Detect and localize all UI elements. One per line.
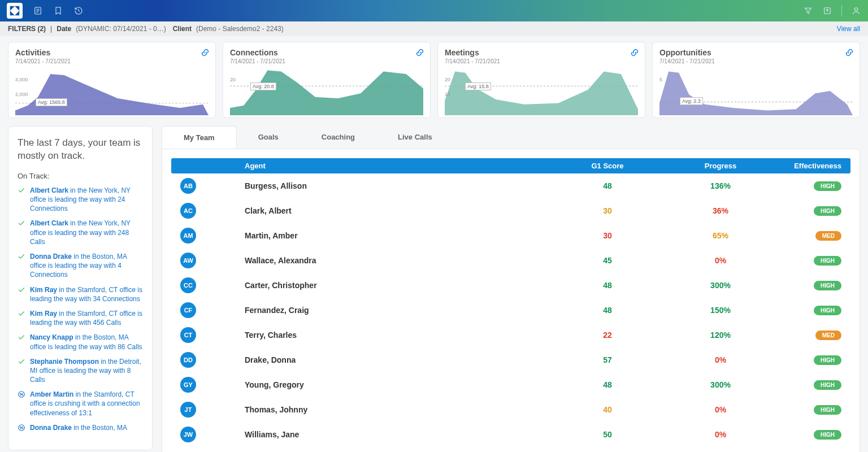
filter-bar: FILTERS (2) | Date (DYNAMIC: 07/14/2021 … — [0, 21, 868, 36]
table-row[interactable]: DD Drake, Donna 57 0% HIGH — [171, 347, 850, 372]
metric-card-activities[interactable]: Activities 7/14/2021 - 7/21/2021 4,0002,… — [8, 42, 216, 118]
avatar: GY — [180, 377, 196, 393]
avatar: DD — [180, 352, 196, 368]
date-label: Date — [57, 25, 71, 33]
table-row[interactable]: JT Thomas, Johnny 40 0% HIGH — [171, 397, 850, 422]
filters-label[interactable]: FILTERS (2) — [8, 25, 46, 33]
insight-item[interactable]: Donna Drake in the Boston, MA office is … — [18, 252, 143, 280]
insights-subtitle: On Track: — [18, 172, 143, 180]
tab-live calls[interactable]: Live Calls — [376, 126, 454, 149]
tab-coaching[interactable]: Coaching — [300, 126, 376, 149]
col-effectiveness[interactable]: Effectiveness — [777, 162, 850, 170]
progress-value: 0% — [664, 355, 777, 364]
progress-value: 120% — [664, 331, 777, 340]
check-icon — [18, 286, 25, 303]
insights-list: Albert Clark in the New York, NY office … — [18, 186, 143, 434]
date-value[interactable]: (DYNAMIC: 07/14/2021 - 0…) — [76, 25, 166, 33]
filter-icon[interactable] — [803, 6, 813, 16]
g1-score: 30 — [551, 231, 664, 240]
insight-item[interactable]: Kim Ray in the Stamford, CT office is le… — [18, 309, 143, 327]
ratio-icon — [18, 424, 25, 434]
agent-name: Martin, Amber — [245, 231, 551, 240]
avatar: JT — [180, 402, 196, 418]
progress-value: 0% — [664, 430, 777, 439]
table-row[interactable]: AM Martin, Amber 30 65% MED — [171, 223, 850, 248]
top-nav — [0, 0, 868, 21]
insight-item[interactable]: Albert Clark in the New York, NY office … — [18, 186, 143, 214]
app-logo[interactable] — [7, 3, 23, 19]
check-icon — [18, 333, 25, 351]
effectiveness-badge: HIGH — [814, 405, 841, 415]
col-score[interactable]: G1 Score — [551, 162, 664, 170]
g1-score: 48 — [551, 281, 664, 290]
insights-panel: The last 7 days, your team is mostly on … — [8, 126, 153, 450]
sheet-icon[interactable] — [33, 6, 43, 16]
link-icon[interactable] — [415, 48, 424, 59]
g1-score: 45 — [551, 256, 664, 265]
table-row[interactable]: GY Young, Gregory 48 300% HIGH — [171, 372, 850, 397]
insight-item[interactable]: Donna Drake in the Boston, MA — [18, 423, 143, 434]
effectiveness-badge: MED — [815, 331, 841, 340]
progress-value: 136% — [664, 181, 777, 190]
user-icon[interactable] — [851, 6, 861, 16]
g1-score: 22 — [551, 331, 664, 340]
card-title: Connections — [230, 48, 423, 57]
client-value[interactable]: (Demo - Salesdemo2 - 2243) — [196, 25, 284, 33]
svg-point-11 — [20, 394, 21, 394]
card-range: 7/14/2021 - 7/21/2021 — [230, 58, 423, 64]
col-agent[interactable]: Agent — [245, 162, 551, 170]
avg-label: Avg: 2.3 — [680, 97, 703, 105]
card-range: 7/14/2021 - 7/21/2021 — [659, 58, 853, 64]
ratio-icon — [18, 390, 25, 418]
card-range: 7/14/2021 - 7/21/2021 — [15, 58, 209, 64]
check-icon — [18, 186, 25, 214]
effectiveness-badge: HIGH — [814, 181, 841, 191]
area-chart: 2010 Avg: 15.8 — [445, 67, 638, 115]
insight-item[interactable]: Albert Clark in the New York, NY office … — [18, 219, 143, 246]
agent-name: Carter, Christopher — [245, 281, 551, 290]
table-row[interactable]: JW Williams, Jane 50 0% HIGH — [171, 422, 850, 447]
link-icon[interactable] — [845, 48, 854, 59]
col-progress[interactable]: Progress — [664, 162, 777, 170]
team-table-card: Agent G1 Score Progress Effectiveness AB… — [162, 149, 860, 452]
metric-card-meetings[interactable]: Meetings 7/14/2021 - 7/21/2021 2010 Avg:… — [437, 42, 645, 118]
insight-item[interactable]: Amber Martin in the Stamford, CT office … — [18, 390, 143, 418]
effectiveness-badge: HIGH — [814, 281, 841, 290]
progress-value: 65% — [664, 231, 777, 240]
progress-value: 0% — [664, 256, 777, 265]
table-row[interactable]: CT Terry, Charles 22 120% MED — [171, 323, 850, 347]
svg-point-15 — [20, 427, 21, 427]
card-title: Meetings — [445, 48, 638, 57]
insight-item[interactable]: Nancy Knapp in the Boston, MA office is … — [18, 333, 143, 351]
table-row[interactable]: AC Clark, Albert 30 36% HIGH — [171, 198, 850, 223]
progress-value: 300% — [664, 380, 777, 389]
agent-name: Williams, Jane — [245, 430, 551, 439]
bookmark-icon[interactable] — [53, 6, 63, 16]
table-body: AB Burgess, Allison 48 136% HIGH AC Clar… — [171, 173, 850, 447]
history-icon[interactable] — [73, 6, 84, 16]
export-icon[interactable] — [822, 6, 832, 16]
progress-value: 0% — [664, 405, 777, 414]
table-row[interactable]: AW Wallace, Alexandra 45 0% HIGH — [171, 248, 850, 273]
link-icon[interactable] — [630, 48, 639, 59]
insight-item[interactable]: Kim Ray in the Stamford, CT office is le… — [18, 285, 143, 303]
tab-my team[interactable]: My Team — [162, 126, 237, 149]
table-row[interactable]: AB Burgess, Allison 48 136% HIGH — [171, 173, 850, 198]
metric-card-opportunities[interactable]: Opportunities 7/14/2021 - 7/21/2021 5 Av… — [652, 42, 860, 118]
progress-value: 150% — [664, 306, 777, 315]
view-all-link[interactable]: View all — [837, 25, 860, 33]
table-row[interactable]: CC Carter, Christopher 48 300% HIGH — [171, 273, 850, 298]
g1-score: 48 — [551, 181, 664, 190]
table-row[interactable]: CF Fernandez, Craig 48 150% HIGH — [171, 298, 850, 323]
metric-card-connections[interactable]: Connections 7/14/2021 - 7/21/2021 20 Avg… — [223, 42, 431, 118]
metric-cards: Activities 7/14/2021 - 7/21/2021 4,0002,… — [0, 36, 868, 123]
client-label: Client — [173, 25, 192, 33]
avg-label: Avg: 15.8 — [465, 82, 491, 90]
table-header: Agent G1 Score Progress Effectiveness — [171, 158, 850, 173]
insight-item[interactable]: Stephanie Thompson in the Detroit, MI of… — [18, 357, 143, 385]
svg-point-12 — [22, 395, 23, 395]
link-icon[interactable] — [201, 48, 210, 59]
card-title: Opportunities — [659, 48, 853, 57]
tab-goals[interactable]: Goals — [237, 126, 300, 149]
effectiveness-badge: HIGH — [814, 355, 841, 365]
